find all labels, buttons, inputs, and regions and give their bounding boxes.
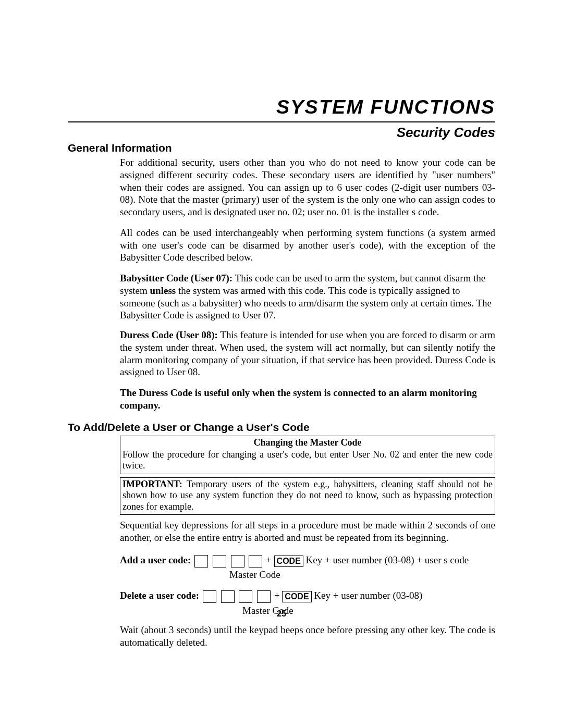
add-tail: Key + user number (03-08) + user s code	[306, 554, 469, 565]
code-digit-box	[194, 555, 208, 567]
para-duress-note: The Duress Code is useful only when the …	[120, 387, 495, 412]
page-content: SYSTEM FUNCTIONS Security Codes General …	[0, 0, 563, 648]
code-digit-box	[231, 555, 244, 567]
duress-lead: Duress Code (User 08):	[120, 329, 218, 340]
box-row-1: Follow the procedure for changing a user…	[123, 449, 493, 472]
plus-sign: +	[266, 554, 274, 565]
code-digit-box	[257, 590, 271, 603]
page-number: 25	[0, 609, 563, 619]
code-digit-box	[239, 590, 252, 603]
delete-label: Delete a user code:	[120, 590, 199, 601]
divider	[68, 121, 495, 122]
page-subtitle: Security Codes	[68, 125, 495, 141]
plus-sign: +	[274, 590, 282, 601]
important-lead: IMPORTANT:	[123, 479, 182, 489]
important-box: IMPORTANT: Temporary users of the system…	[120, 477, 495, 515]
babysitter-lead: Babysitter Code (User 07):	[120, 273, 232, 283]
babysitter-tail: the system was armed with this code. Thi…	[120, 285, 492, 321]
section-heading-general: General Information	[68, 142, 495, 154]
add-user-line: Add a user code: + CODE Key + user numbe…	[120, 552, 495, 568]
code-digit-box	[221, 590, 235, 603]
para-sequential: Sequential key depressions for all steps…	[120, 519, 495, 544]
section-heading-adddel: To Add/Delete a User or Change a User's …	[68, 421, 495, 434]
para-wait: Wait (about 3 seconds) until the keypad …	[120, 624, 495, 649]
add-label: Add a user code:	[120, 554, 191, 565]
para-general-1: For additional security, users other tha…	[120, 156, 495, 218]
code-digit-box	[213, 555, 226, 567]
para-general-2: All codes can be used interchangeably wh…	[120, 227, 495, 264]
box-caption: Changing the Master Code	[123, 437, 493, 448]
code-key: CODE	[274, 556, 303, 567]
para-babysitter: Babysitter Code (User 07): This code can…	[120, 272, 495, 322]
box-row-2: IMPORTANT: Temporary users of the system…	[123, 479, 493, 513]
code-digit-box	[203, 590, 216, 603]
delete-user-line: Delete a user code: + CODE Key + user nu…	[120, 588, 495, 603]
page-title: SYSTEM FUNCTIONS	[46, 96, 495, 118]
general-body: For additional security, users other tha…	[120, 156, 495, 412]
master-code-box: Changing the Master Code Follow the proc…	[120, 436, 495, 474]
para-duress: Duress Code (User 08): This feature is i…	[120, 329, 495, 378]
delete-tail: Key + user number (03-08)	[314, 590, 422, 601]
add-sublabel: Master Code	[229, 569, 495, 581]
code-key: CODE	[282, 591, 311, 602]
babysitter-unless: unless	[150, 285, 176, 296]
code-digit-box	[249, 555, 262, 567]
